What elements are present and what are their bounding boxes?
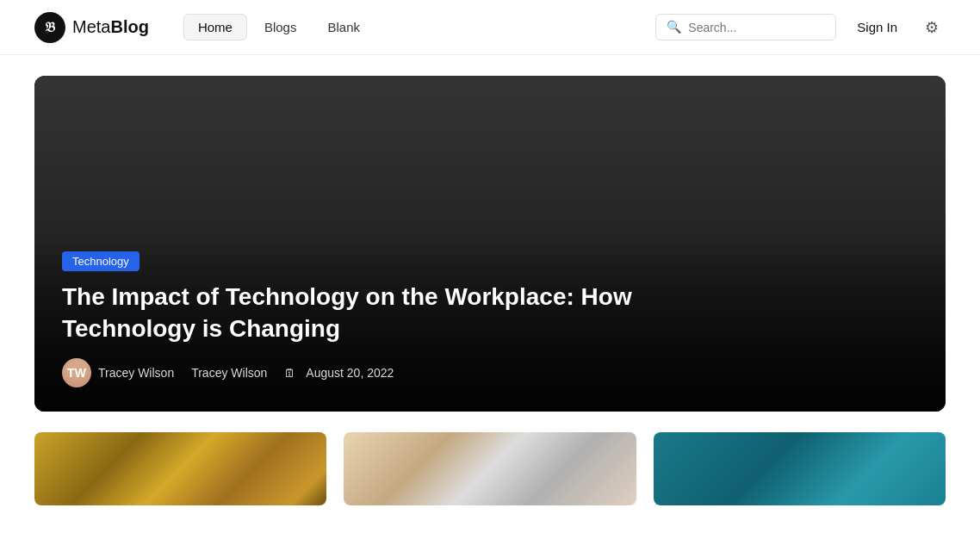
search-icon: 🔍 <box>667 20 681 34</box>
main-nav: Home Blogs Blank <box>183 14 655 40</box>
hero-author2: Tracey Wilson <box>191 366 267 380</box>
hero-meta: TW Tracey Wilson Tracey Wilson 🗓 August … <box>62 358 918 387</box>
card-image-crypto <box>34 432 326 505</box>
article-cards-row <box>0 412 980 505</box>
logo[interactable]: 𝔅 MetaBlog <box>34 12 149 43</box>
avatar-image: TW <box>62 358 91 387</box>
hero-content: Technology The Impact of Technology on t… <box>34 231 946 412</box>
logo-text: MetaBlog <box>72 17 149 37</box>
search-input[interactable] <box>688 21 825 34</box>
card-image-laptop <box>344 432 636 505</box>
hero-category-tag[interactable]: Technology <box>62 251 140 271</box>
sign-in-button[interactable]: Sign In <box>850 15 904 40</box>
nav-item-home[interactable]: Home <box>183 14 247 40</box>
card-image-blue <box>654 432 946 505</box>
logo-icon: 𝔅 <box>34 12 65 43</box>
calendar-icon: 🗓 <box>284 367 295 380</box>
header-right: 🔍 Sign In ⚙ <box>655 14 946 41</box>
hero-author1: Tracey Wilson <box>98 366 174 380</box>
avatar: TW <box>62 358 91 387</box>
article-card-blue[interactable] <box>654 432 946 505</box>
hero-title: The Impact of Technology on the Workplac… <box>62 282 665 344</box>
theme-toggle-button[interactable]: ⚙ <box>918 14 946 41</box>
article-card-laptop[interactable] <box>344 432 636 505</box>
search-box[interactable]: 🔍 <box>655 14 836 40</box>
hero-section: Technology The Impact of Technology on t… <box>34 76 946 412</box>
nav-item-blogs[interactable]: Blogs <box>251 15 311 40</box>
hero-date: August 20, 2022 <box>306 366 394 380</box>
nav-item-blank[interactable]: Blank <box>313 15 374 40</box>
article-card-crypto[interactable] <box>34 432 326 505</box>
